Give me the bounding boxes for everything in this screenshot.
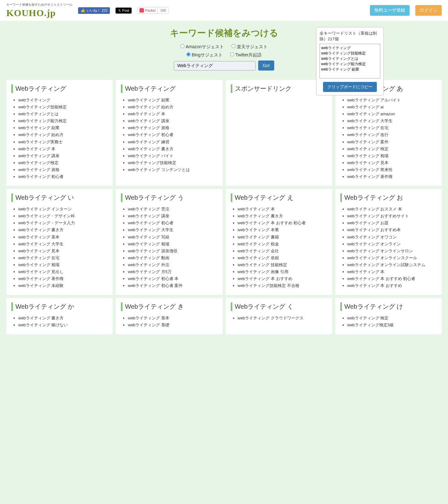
keyword-item[interactable]: webライティング 画像 引用 (238, 268, 327, 275)
login-button[interactable]: ログイン (415, 5, 442, 16)
keyword-item[interactable]: webライティング 本 (18, 146, 108, 152)
keyword-item[interactable]: webライティング 書き方 (18, 315, 108, 322)
keyword-item[interactable]: webライティング技能検定 不合格 (238, 282, 327, 289)
radio-amazon[interactable]: Amazonサジェスト (180, 44, 224, 49)
keyword-item[interactable]: webライティング 検定 (347, 315, 437, 322)
keyword-item[interactable]: webライティング 検定 (347, 146, 437, 152)
keyword-item[interactable]: webライティング 講座 (128, 117, 217, 124)
keyword-item[interactable]: webライティング オンライン (347, 241, 437, 248)
x-post-button[interactable]: 𝕏 Post (116, 8, 132, 14)
keyword-item[interactable]: webライティング 本 (128, 111, 217, 117)
keyword-item[interactable]: webライティング 始め方 (128, 104, 217, 111)
keyword-item[interactable]: webライティング 在宅 (18, 255, 108, 261)
keyword-item[interactable]: webライティング バイト (128, 152, 217, 159)
keyword-item[interactable]: webライティング 技能検定 (238, 261, 327, 268)
keyword-item[interactable]: webライティング 将来性 (347, 166, 437, 173)
keyword-item[interactable]: webライティング 基本 (128, 315, 217, 322)
keyword-item[interactable]: webライティング オワコン (347, 234, 437, 241)
keyword-item[interactable]: webライティング検定3級 (347, 322, 437, 329)
keyword-item[interactable]: webライティング 初心者 (128, 220, 217, 226)
keyword-item[interactable]: webライティング 資格 (18, 166, 108, 173)
keyword-item[interactable]: webライティング 本 おすすめ (238, 275, 327, 282)
keyword-item[interactable]: webライティング 大学生 (128, 226, 217, 233)
keyword-item[interactable]: webライティング 本 おすすめ (347, 282, 437, 289)
keyword-input[interactable] (174, 61, 256, 71)
keyword-item[interactable]: webライティング 本 おすすめ 初心者 (347, 275, 437, 282)
facebook-like-button[interactable]: 👍 いいね！ 222 (78, 7, 110, 14)
keyword-item[interactable]: webライティング 案件 (347, 139, 437, 146)
keyword-item[interactable]: webライティング 初心者 本 (128, 275, 217, 282)
keyword-item[interactable]: webライティング能力検定 (18, 117, 108, 124)
keyword-item[interactable]: webライティング おすすめサイト (347, 213, 437, 220)
keyword-item[interactable]: webライティング 源泉徴収 (128, 248, 217, 255)
keyword-item[interactable]: webライティング 受注 (128, 206, 217, 213)
keyword-item[interactable]: webライティング 書き方 (18, 226, 108, 233)
keyword-item[interactable]: webライティング 書き方 (128, 146, 217, 152)
keyword-item[interactable]: webライティング 写経 (128, 234, 217, 241)
keyword-item[interactable]: webライティング 始め方 (18, 131, 108, 138)
keyword-item[interactable]: webライティング 外注 (128, 261, 217, 268)
keyword-item[interactable]: webライティング技能検定 (128, 159, 217, 166)
radio-twitter[interactable]: Twitter共起語 (230, 52, 262, 57)
keyword-item[interactable]: webライティング 講座 (128, 213, 217, 220)
keyword-item[interactable]: webライティング 相場 (18, 261, 108, 268)
keyword-item[interactable]: webライティング 初心者 案件 (128, 282, 217, 289)
keyword-item[interactable]: webライティング 稼げない (18, 322, 108, 329)
keyword-item[interactable]: webライティング検定 (18, 159, 108, 166)
keyword-item[interactable]: webライティング 本 (347, 268, 437, 275)
logo[interactable]: キーワード候補を探すためのサジェストツール KOUHO.jp (6, 3, 72, 18)
keyword-textarea[interactable] (320, 44, 380, 78)
keyword-item[interactable]: webライティング オンライン試験システム (347, 261, 437, 268)
keyword-item[interactable]: webライティング 会社 (238, 248, 327, 255)
keyword-item[interactable]: webライティング 著作権 (347, 173, 437, 180)
keyword-item[interactable]: webライティング 副業 (128, 97, 217, 104)
keyword-item[interactable]: webライティング 講座 (18, 152, 108, 159)
keyword-item[interactable]: webライティング 相場 (347, 152, 437, 159)
keyword-item[interactable]: webライティング コンテンツとは (128, 166, 217, 173)
keyword-item[interactable]: webライティング 書き方 (238, 213, 327, 220)
keyword-item[interactable]: webライティング 基本 (18, 234, 108, 241)
pocket-button[interactable]: ⌄ Pocket 160 (137, 7, 169, 14)
keyword-item[interactable]: webライティング amazon (347, 111, 437, 117)
keyword-item[interactable]: webライティング 初心者 (128, 131, 217, 138)
keyword-item[interactable]: webライティング オンラインサロン (347, 248, 437, 255)
keyword-item[interactable]: webライティング 在宅 (347, 124, 437, 131)
keyword-item[interactable]: webライティング 初心者 (18, 173, 108, 180)
keyword-item[interactable]: webライティング 書籍 (238, 234, 327, 241)
keyword-item[interactable]: webライティング 本 おすすめ 初心者 (238, 220, 327, 226)
keyword-item[interactable]: webライティング 相場 (128, 241, 217, 248)
keyword-item[interactable]: webライティング (18, 97, 108, 104)
copy-button[interactable]: クリップボードにコピー (323, 82, 377, 92)
keyword-item[interactable]: webライティング 未経験 (18, 282, 108, 289)
keyword-item[interactable]: webライティング 動画 (128, 255, 217, 261)
keyword-item[interactable]: webライティング 著作権 (18, 275, 108, 282)
keyword-item[interactable]: webライティング アルバイト (347, 97, 437, 104)
keyword-item[interactable]: webライティング 練習 (128, 139, 217, 146)
keyword-item[interactable]: webライティング 基礎 (128, 322, 217, 329)
keyword-item[interactable]: webライティング 税金 (238, 241, 327, 248)
keyword-item[interactable]: webライティングとは (18, 111, 108, 117)
keyword-item[interactable]: webライティング 改行 (347, 131, 437, 138)
keyword-item[interactable]: webライティング クラウドワークス (238, 315, 327, 322)
keyword-item[interactable]: webライティング 大学生 (347, 117, 437, 124)
radio-bing[interactable]: Bingサジェスト (186, 52, 223, 57)
keyword-item[interactable]: webライティング 見本 (18, 248, 108, 255)
register-button[interactable]: 無料ユーザ登録 (370, 5, 410, 16)
keyword-item[interactable]: webライティング おススメ 本 (347, 206, 437, 213)
keyword-item[interactable]: webライティング技能検定 (18, 104, 108, 111)
keyword-item[interactable]: webライティング オンラインスクール (347, 255, 437, 261)
keyword-item[interactable]: webライティング 本業 (238, 226, 327, 233)
keyword-item[interactable]: webライティング おすすめ本 (347, 226, 437, 233)
keyword-item[interactable]: webライティング 月5万 (128, 268, 217, 275)
keyword-item[interactable]: webライティング 見出し (18, 268, 108, 275)
keyword-item[interactable]: webライティング 大学生 (18, 241, 108, 248)
keyword-item[interactable]: webライティング・デザイン科 (18, 213, 108, 220)
keyword-item[interactable]: webライティング 副業 (18, 124, 108, 131)
keyword-item[interactable]: webライティング 見本 (347, 159, 437, 166)
keyword-item[interactable]: webライティング・データ入力 (18, 220, 108, 226)
keyword-item[interactable]: webライティング ai (347, 104, 437, 111)
keyword-item[interactable]: webライティング 本 (238, 206, 327, 213)
keyword-item[interactable]: webライティング実務士 (18, 139, 108, 146)
keyword-item[interactable]: webライティング お題 (347, 220, 437, 226)
keyword-item[interactable]: webライティング インターン (18, 206, 108, 213)
